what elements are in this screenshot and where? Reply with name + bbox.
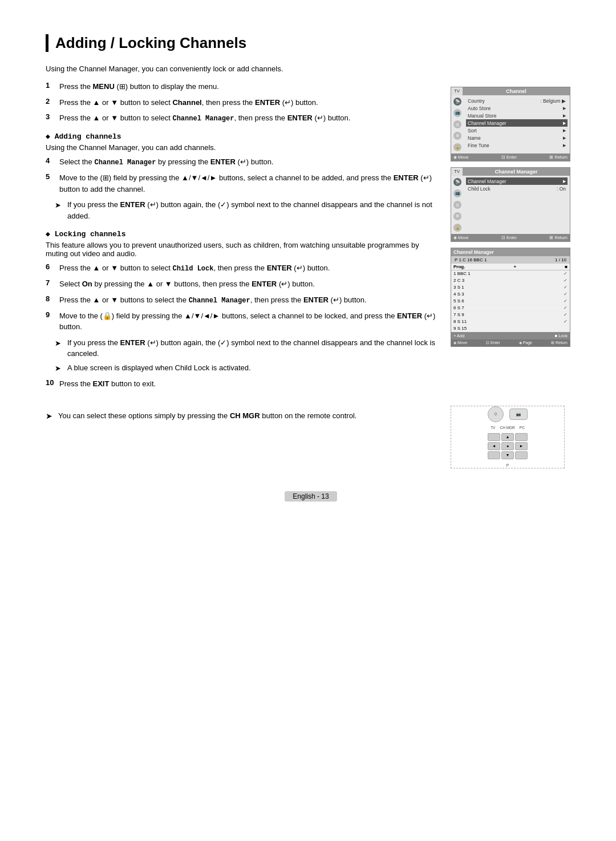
step-num-5: 5 [46,172,55,181]
step-text-8: Press the ▲ or ▼ buttons to select the C… [59,294,367,306]
screen3-nav: ◈ Move⊡ Enter◈ Page⊞ Return [451,339,570,346]
nav-down-left [488,451,500,459]
label-pc: PC [520,426,525,430]
screen-channel-menu: TV Channel 📡 📺 G ⚙ 🔒 Country: Belgium ▶ … [451,87,570,161]
menu-auto-store: Auto Store▶ [466,104,568,112]
adding-note: ➤ If you press the ENTER (↵) button agai… [55,199,439,221]
menu-manual-store: Manual Store▶ [466,112,568,119]
screen-channel-list: Channel Manager P 1 C 16 BBC 1 1 / 10 Pr… [451,248,570,347]
nav-left: ◄ [488,442,500,450]
page-number: English - 13 [285,491,337,502]
intro-text: Using the Channel Manager, you can conve… [46,64,576,73]
channel-row-1: 1 BBC 1✓ [451,270,570,277]
channel-row-2: 2 C 3✓ [451,277,570,284]
channel-row-5: 5 S 6✓ [451,298,570,305]
screen2-footer: ◈ Move⊡ Enter⊞ Return [451,234,570,241]
menu-name: Name▶ [466,134,568,141]
channel-row-4: 4 S 3✓ [451,291,570,298]
step-5: 5 Move to the (⊞) field by pressing the … [46,172,439,195]
label-tv: TV [491,426,495,430]
locking-channels-desc: This feature allows you to prevent unaut… [46,241,439,258]
step-7: 7 Select On by pressing the ▲ or ▼ butto… [46,278,439,290]
locking-channels-title: Locking channels [46,229,439,238]
screen1-menu: Country: Belgium ▶ Auto Store▶ Manual St… [464,95,570,153]
locking-note-2: ➤ A blue screen is displayed when Child … [55,362,439,374]
icon2-tools: ⚙ [453,212,461,220]
step-text-10: Press the EXIT button to exit. [59,378,156,390]
footer-note-area: ➤ You can select these options simply by… [46,400,439,468]
menu2-child-lock: Child Lock: On [466,185,568,192]
remote-area: 0 📷 TV CH MGR PC ▲ ◄ ● ► ▼ [451,400,576,468]
screen3-header: Channel Manager [451,248,570,256]
nav-center: ● [501,442,514,450]
footer-note: ➤ You can select these options simply by… [46,410,439,422]
remote-inner: 0 📷 TV CH MGR PC ▲ ◄ ● ► ▼ [488,406,528,468]
icon-tv: 📺 [453,109,461,117]
icon-g: G [453,120,461,128]
nav-down: ▼ [501,451,514,459]
nav-down-right [515,451,528,459]
remote-0-button: 0 [488,406,504,422]
label-chmgr: CH MGR [500,426,514,430]
channel-row-8: 8 S 11✓ [451,318,570,325]
icon2-antenna: 📡 [453,178,461,186]
nav-up-right [515,433,528,441]
icon-tools: ⚙ [453,132,461,140]
arrow-icon-1: ➤ [55,200,64,211]
screen2-menu: Channel Manager▶ Child Lock: On [464,176,570,234]
nav-up: ▲ [501,433,514,441]
page-footer: English - 13 [46,491,576,502]
step-num-1: 1 [46,81,55,90]
remote-labels: TV CH MGR PC [491,426,525,430]
menu-channel-manager: Channel Manager▶ [466,119,568,127]
remote-p-label: P [506,463,509,468]
screen3-cols: Prog.+■ [451,264,570,270]
step-text-4: Select the Channel Manager by pressing t… [59,156,274,168]
step-text-9: Move to the (🔒) field by pressing the ▲/… [59,310,439,333]
remote-pic-button: 📷 [509,409,528,420]
locking-note-text-1: If you press the ENTER (↵) button again,… [67,337,439,359]
icon2-lock: 🔒 [453,224,461,232]
step-num-10: 10 [46,378,55,387]
nav-up-left [488,433,500,441]
nav-right: ► [515,442,528,450]
locking-note-1: ➤ If you press the ENTER (↵) button agai… [55,337,439,359]
step-2: 2 Press the ▲ or ▼ button to select Chan… [46,97,439,108]
channel-row-7: 7 S 9✓ [451,312,570,318]
steps-left: 1 Press the MENU (⊞) button to display t… [46,81,439,394]
bottom-section: ➤ You can select these options simply by… [46,400,576,468]
step-num-9: 9 [46,310,55,319]
step-text-3: Press the ▲ or ▼ button to select Channe… [59,112,350,124]
screen3-info: P 1 C 16 BBC 1 1 / 10 [451,256,570,264]
screen3-footer: + Add■ Lock [451,332,570,339]
step-text-2: Press the ▲ or ▼ button to select Channe… [59,97,318,108]
step-num-3: 3 [46,112,55,121]
page-title: Adding / Locking Channels [46,34,576,52]
step-num-4: 4 [46,156,55,165]
menu-sort: Sort▶ [466,127,568,134]
step-8: 8 Press the ▲ or ▼ buttons to select the… [46,294,439,306]
step-num-8: 8 [46,294,55,303]
step-text-1: Press the MENU (⊞) button to display the… [59,81,219,92]
channel-row-3: 3 S 1✓ [451,284,570,291]
menu-country: Country: Belgium ▶ [466,97,568,104]
step-text-7: Select On by pressing the ▲ or ▼ buttons… [59,278,315,290]
arrow-icon-3: ➤ [55,363,64,374]
step-6: 6 Press the ▲ or ▼ button to select Chil… [46,262,439,274]
footer-arrow-icon: ➤ [46,410,55,422]
step-num-6: 6 [46,262,55,271]
menu2-channel-manager: Channel Manager▶ [466,177,568,185]
adding-channels-title: Adding channels [46,132,439,141]
icon2-g: G [453,201,461,209]
screen2-icons: 📡 📺 G ⚙ 🔒 [451,176,464,234]
step-9: 9 Move to the (🔒) field by pressing the … [46,310,439,333]
screen2-header: Channel Manager [463,168,570,176]
step-text-5: Move to the (⊞) field by pressing the ▲/… [59,172,439,195]
remote-top-buttons: 0 📷 [488,406,528,422]
locking-note-text-2: A blue screen is displayed when Child Lo… [67,362,251,374]
screens-panel: TV Channel 📡 📺 G ⚙ 🔒 Country: Belgium ▶ … [451,81,576,394]
icon-lock: 🔒 [453,143,461,151]
step-3: 3 Press the ▲ or ▼ button to select Chan… [46,112,439,124]
screen1-footer: ◈ Move⊡ Enter⊞ Return [451,153,570,161]
step-num-7: 7 [46,278,55,287]
